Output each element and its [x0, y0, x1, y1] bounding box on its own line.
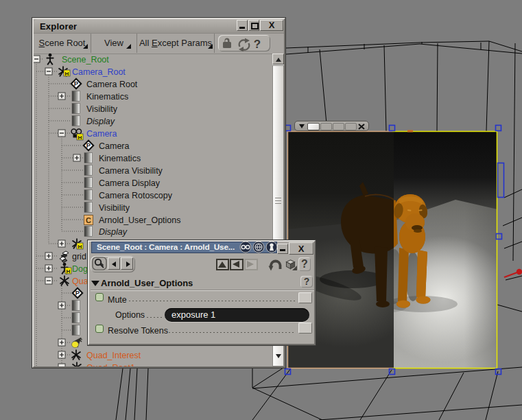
svg-text:Scene_Root: Scene_Root — [62, 55, 109, 65]
svg-text:Visibility: Visibility — [86, 104, 118, 114]
svg-text:Visibility: Visibility — [99, 203, 130, 213]
svg-text:Quad_Interest: Quad_Interest — [86, 351, 141, 360]
svg-text:grid: grid — [72, 252, 86, 261]
svg-text:Arnold_User_Options: Arnold_User_Options — [99, 215, 181, 225]
svg-text:Kinematics: Kinematics — [86, 92, 128, 102]
svg-text:Camera Visibility: Camera Visibility — [99, 166, 163, 176]
svg-text:Kinematics: Kinematics — [99, 154, 141, 163]
svg-text:Dog: Dog — [72, 264, 88, 274]
svg-text:Camera: Camera — [86, 129, 117, 139]
svg-text:Camera_Root: Camera_Root — [72, 67, 126, 77]
svg-text:Camera Display: Camera Display — [99, 178, 161, 188]
svg-text:?: ? — [254, 38, 261, 51]
svg-text:Display: Display — [99, 227, 128, 237]
svg-text:Quad_Root1: Quad_Root1 — [86, 363, 135, 368]
svg-text:Display: Display — [86, 117, 115, 126]
svg-text:Camera: Camera — [99, 141, 130, 151]
svg-text:Camera Root: Camera Root — [86, 80, 138, 89]
svg-text:Camera Rotoscopy: Camera Rotoscopy — [99, 191, 173, 200]
